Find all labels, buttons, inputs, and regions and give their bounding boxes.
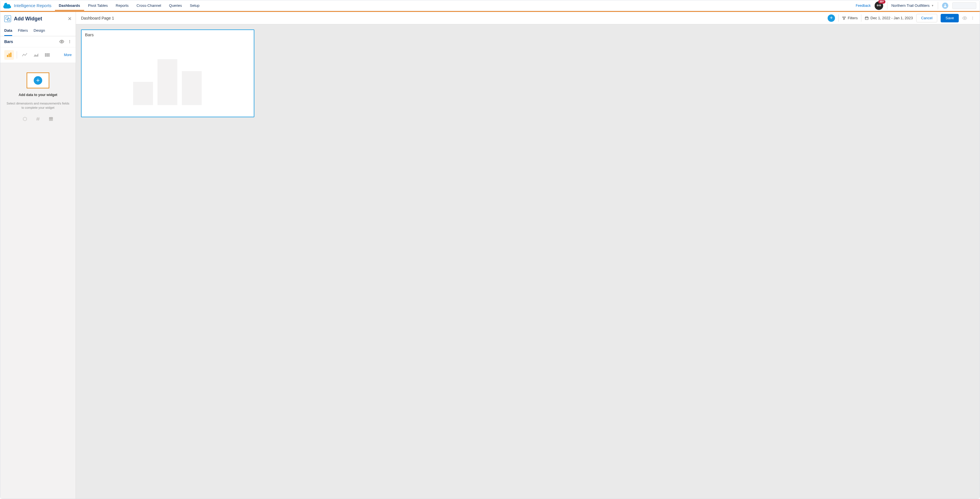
top-nav: Intelligence Reports Dashboards Pivot Ta… [0, 0, 980, 11]
user-avatar[interactable] [942, 3, 948, 9]
panel-title: Add Widget [14, 16, 42, 22]
mascot-notifications[interactable]: 99+ [875, 2, 883, 10]
svg-point-4 [880, 5, 881, 6]
nav-tab-pivot-tables[interactable]: Pivot Tables [84, 0, 112, 11]
close-icon[interactable]: ✕ [68, 16, 72, 22]
separator [861, 14, 861, 22]
svg-rect-15 [48, 53, 49, 54]
table-icon [45, 52, 50, 57]
svg-rect-18 [48, 54, 49, 55]
widget-name-row: Bars [0, 36, 76, 47]
empty-title: Add data to your widget [19, 93, 57, 97]
area-chart-icon [33, 52, 39, 57]
filters-button[interactable]: Filters [842, 16, 858, 20]
svg-point-37 [972, 19, 973, 19]
dashboard-toolbar: Dashboard Page 1 + Filters Dec 1, 2022 -… [76, 12, 980, 24]
bar-chart-icon [6, 52, 12, 58]
line-chart-icon [22, 52, 27, 57]
date-range-picker[interactable]: Dec 1, 2022 - Jan 1, 2023 [865, 16, 913, 20]
workspace-name: Northern Trail Outfitters [891, 3, 929, 8]
cube-icon[interactable] [22, 116, 27, 121]
svg-rect-11 [8, 54, 10, 57]
add-widget-icon [4, 15, 11, 22]
add-data-button[interactable]: + [27, 73, 49, 88]
svg-rect-19 [45, 56, 46, 57]
svg-line-24 [37, 117, 37, 121]
panel-header: Add Widget ✕ [0, 12, 76, 25]
notification-badge: 99+ [878, 0, 885, 4]
panel-tab-data[interactable]: Data [4, 25, 12, 36]
field-type-icons [22, 116, 54, 121]
svg-rect-29 [52, 117, 52, 118]
feedback-link[interactable]: Feedback [856, 4, 871, 8]
panel-body-empty: + Add data to your widget Select dimensi… [0, 63, 76, 499]
dashboard-canvas[interactable]: Bars [76, 24, 980, 499]
save-button[interactable]: Save [941, 14, 959, 22]
widget-name: Bars [4, 40, 13, 44]
chevron-down-icon: ▼ [931, 4, 934, 7]
brand: Intelligence Reports [0, 3, 55, 8]
svg-point-9 [69, 43, 70, 43]
add-widget-panel: Add Widget ✕ Data Filters Design Bars [0, 12, 76, 499]
more-vertical-icon[interactable] [970, 16, 975, 21]
svg-rect-27 [49, 118, 53, 118]
add-widget-circle-button[interactable]: + [827, 14, 835, 22]
filter-icon [842, 16, 846, 20]
calendar-icon[interactable] [48, 116, 54, 121]
svg-rect-30 [865, 17, 869, 19]
placeholder-bars-graphic [133, 48, 250, 105]
svg-rect-14 [47, 53, 48, 54]
svg-rect-20 [47, 56, 48, 57]
panel-tabs: Data Filters Design [0, 25, 76, 36]
brand-name: Intelligence Reports [14, 3, 52, 8]
svg-point-34 [964, 17, 966, 19]
svg-point-3 [877, 5, 878, 6]
chart-type-line[interactable] [20, 50, 29, 60]
page-name: Dashboard Page 1 [81, 16, 114, 21]
separator [938, 2, 938, 10]
svg-rect-21 [48, 56, 49, 57]
calendar-icon [865, 16, 869, 20]
widget-card-title: Bars [85, 32, 250, 37]
svg-point-7 [69, 40, 70, 41]
nav-tab-dashboards[interactable]: Dashboards [55, 0, 84, 11]
svg-rect-17 [47, 54, 48, 55]
svg-point-8 [69, 41, 70, 42]
nav-tab-queries[interactable]: Queries [165, 0, 186, 11]
svg-rect-28 [50, 117, 51, 118]
svg-rect-16 [45, 54, 46, 55]
chart-type-bar[interactable] [4, 50, 14, 60]
chart-type-area[interactable] [31, 50, 41, 60]
user-menu-box[interactable] [952, 2, 976, 9]
chart-type-row: More [0, 47, 76, 63]
svg-rect-13 [45, 53, 46, 54]
svg-line-25 [38, 117, 39, 121]
separator [887, 2, 888, 10]
nav-tab-reports[interactable]: Reports [112, 0, 133, 11]
svg-point-5 [945, 4, 946, 6]
nav-tabs: Dashboards Pivot Tables Reports Cross-Ch… [55, 0, 204, 11]
cancel-button[interactable]: Cancel [916, 14, 937, 22]
top-nav-right: Feedback 99+ Northern Trail Outfitters ▼ [856, 0, 980, 11]
panel-tab-filters[interactable]: Filters [18, 25, 28, 36]
svg-rect-12 [10, 52, 11, 57]
plus-circle-icon: + [34, 76, 42, 85]
workspace-picker[interactable]: Northern Trail Outfitters ▼ [891, 3, 934, 8]
svg-point-35 [972, 16, 973, 17]
visibility-icon[interactable] [59, 39, 64, 44]
widget-card-bars[interactable]: Bars [81, 29, 255, 117]
empty-subtitle: Select dimension/s and measurement/s fie… [5, 102, 70, 110]
more-vertical-icon[interactable] [68, 39, 72, 44]
svg-point-36 [972, 17, 973, 18]
salesforce-cloud-icon [3, 3, 12, 8]
hash-icon[interactable] [35, 116, 40, 121]
canvas-area: Dashboard Page 1 + Filters Dec 1, 2022 -… [76, 12, 980, 499]
preview-icon[interactable] [962, 16, 967, 21]
panel-tab-design[interactable]: Design [34, 25, 45, 36]
nav-tab-setup[interactable]: Setup [186, 0, 204, 11]
chart-type-table[interactable] [43, 50, 52, 60]
chart-type-more[interactable]: More [64, 53, 72, 57]
svg-rect-10 [7, 55, 8, 57]
separator [17, 51, 17, 59]
nav-tab-cross-channel[interactable]: Cross-Channel [132, 0, 165, 11]
